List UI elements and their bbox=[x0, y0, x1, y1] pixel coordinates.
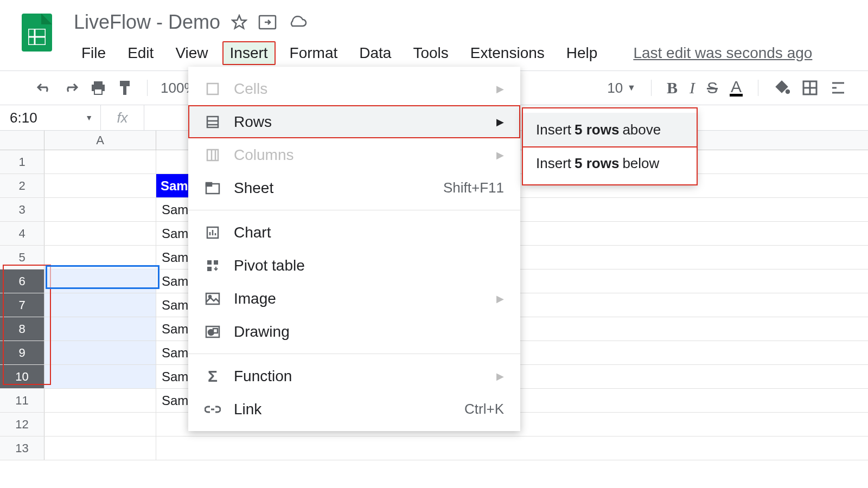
cell[interactable] bbox=[44, 413, 156, 436]
fill-color-icon[interactable] bbox=[774, 80, 790, 96]
svg-rect-17 bbox=[207, 84, 218, 94]
label-part: Insert bbox=[536, 121, 571, 138]
row-header-1[interactable]: 1 bbox=[0, 150, 44, 174]
row-header-9[interactable]: 9 bbox=[0, 341, 44, 364]
menu-label: Pivot table bbox=[234, 257, 305, 274]
menu-separator bbox=[188, 210, 520, 210]
row-header-8[interactable]: 8 bbox=[0, 317, 44, 341]
row-header-3[interactable]: 3 bbox=[0, 198, 44, 221]
chevron-right-icon: ▶ bbox=[496, 370, 504, 382]
insert-rows-below-item[interactable]: Insert 5 rows below bbox=[523, 146, 697, 180]
label-part: Insert bbox=[536, 155, 571, 172]
svg-rect-25 bbox=[206, 183, 212, 186]
row-header-13[interactable]: 13 bbox=[0, 436, 44, 460]
font-size-select[interactable]: 10 ▼ bbox=[607, 80, 636, 97]
row-header-6[interactable]: 6 bbox=[0, 269, 44, 293]
insert-menu-dropdown: Cells ▶ Rows ▶ Columns ▶ Sheet Shift+F11… bbox=[188, 67, 520, 431]
star-icon[interactable] bbox=[231, 14, 247, 30]
insert-sheet-item[interactable]: Sheet Shift+F11 bbox=[188, 171, 520, 204]
insert-pivot-item[interactable]: Pivot table bbox=[188, 249, 520, 282]
cell[interactable] bbox=[44, 174, 156, 197]
header: LiveFlow - Demo File Edit View Insert Fo… bbox=[0, 0, 868, 65]
row-header-10[interactable]: 10 bbox=[0, 365, 44, 388]
svg-rect-31 bbox=[207, 267, 212, 271]
image-icon bbox=[205, 291, 221, 307]
dropdown-arrow-icon: ▼ bbox=[85, 113, 93, 122]
insert-columns-item: Columns ▶ bbox=[188, 138, 520, 171]
svg-rect-37 bbox=[213, 329, 218, 333]
redo-icon[interactable] bbox=[62, 79, 80, 97]
svg-rect-32 bbox=[214, 260, 218, 265]
insert-chart-item[interactable]: Chart bbox=[188, 216, 520, 249]
cell[interactable] bbox=[44, 365, 156, 388]
insert-link-item[interactable]: Link Ctrl+K bbox=[188, 393, 520, 426]
menu-edit[interactable]: Edit bbox=[120, 41, 161, 65]
separator bbox=[758, 80, 758, 96]
cell[interactable] bbox=[44, 293, 156, 317]
paint-format-icon[interactable] bbox=[117, 79, 134, 97]
last-edit-link[interactable]: Last edit was seconds ago bbox=[633, 44, 812, 62]
row-header-2[interactable]: 2 bbox=[0, 174, 44, 197]
dropdown-arrow-icon: ▼ bbox=[627, 83, 636, 93]
row-header-4[interactable]: 4 bbox=[0, 222, 44, 245]
menu-label: Chart bbox=[234, 224, 271, 241]
menu-view[interactable]: View bbox=[168, 41, 215, 65]
italic-button[interactable]: I bbox=[690, 79, 695, 97]
separator bbox=[147, 80, 148, 96]
cell[interactable] bbox=[44, 198, 156, 221]
chevron-right-icon: ▶ bbox=[496, 83, 504, 95]
document-title[interactable]: LiveFlow - Demo bbox=[74, 11, 220, 34]
pivot-icon bbox=[205, 258, 221, 274]
menu-extensions[interactable]: Extensions bbox=[463, 41, 552, 65]
merge-icon[interactable] bbox=[830, 80, 846, 96]
insert-rows-item[interactable]: Rows ▶ bbox=[188, 105, 520, 138]
menu-label: Function bbox=[234, 368, 292, 385]
row-header-11[interactable]: 11 bbox=[0, 389, 44, 412]
menu-insert[interactable]: Insert bbox=[222, 41, 276, 65]
insert-drawing-item[interactable]: Drawing bbox=[188, 315, 520, 348]
menu-label: Drawing bbox=[234, 323, 290, 341]
cell[interactable] bbox=[44, 269, 156, 293]
row-header-7[interactable]: 7 bbox=[0, 293, 44, 317]
name-box[interactable]: 6:10 ▼ bbox=[0, 105, 101, 130]
insert-rows-submenu: Insert 5 rows above Insert 5 rows below bbox=[523, 108, 697, 184]
sheets-logo-icon bbox=[22, 14, 52, 52]
strikethrough-button[interactable]: S bbox=[707, 79, 718, 97]
menu-file[interactable]: File bbox=[74, 41, 113, 65]
row-header-5[interactable]: 5 bbox=[0, 246, 44, 269]
menu-data[interactable]: Data bbox=[352, 41, 399, 65]
cells-icon bbox=[205, 81, 221, 97]
cell[interactable] bbox=[44, 222, 156, 245]
cell[interactable] bbox=[44, 317, 156, 341]
columns-icon bbox=[205, 147, 221, 163]
print-icon[interactable] bbox=[90, 79, 107, 97]
separator bbox=[651, 80, 652, 96]
undo-icon[interactable] bbox=[35, 79, 53, 97]
cell[interactable] bbox=[44, 389, 156, 412]
borders-icon[interactable] bbox=[802, 80, 818, 96]
column-header-A[interactable]: A bbox=[44, 131, 156, 150]
cell[interactable] bbox=[44, 150, 156, 174]
cell[interactable] bbox=[44, 436, 156, 460]
row-header-12[interactable]: 12 bbox=[0, 413, 44, 436]
menu-label: Image bbox=[234, 290, 276, 307]
cell[interactable] bbox=[44, 246, 156, 269]
move-icon[interactable] bbox=[258, 15, 277, 30]
svg-point-10 bbox=[786, 90, 789, 93]
fx-icon: fx bbox=[101, 105, 144, 130]
cell[interactable] bbox=[44, 341, 156, 364]
insert-rows-above-item[interactable]: Insert 5 rows above bbox=[523, 113, 697, 146]
bold-button[interactable]: B bbox=[667, 79, 678, 97]
cloud-icon[interactable] bbox=[288, 15, 307, 29]
text-color-button[interactable]: A bbox=[730, 79, 743, 97]
menu-tools[interactable]: Tools bbox=[405, 41, 456, 65]
menu-help[interactable]: Help bbox=[559, 41, 605, 65]
insert-cells-item: Cells ▶ bbox=[188, 72, 520, 105]
select-all-corner[interactable] bbox=[0, 131, 44, 150]
menu-format[interactable]: Format bbox=[282, 41, 346, 65]
rows-icon bbox=[205, 114, 221, 130]
chart-icon bbox=[205, 224, 221, 241]
chevron-right-icon: ▶ bbox=[496, 116, 504, 128]
insert-image-item[interactable]: Image ▶ bbox=[188, 282, 520, 315]
insert-function-item[interactable]: Σ Function ▶ bbox=[188, 359, 520, 393]
